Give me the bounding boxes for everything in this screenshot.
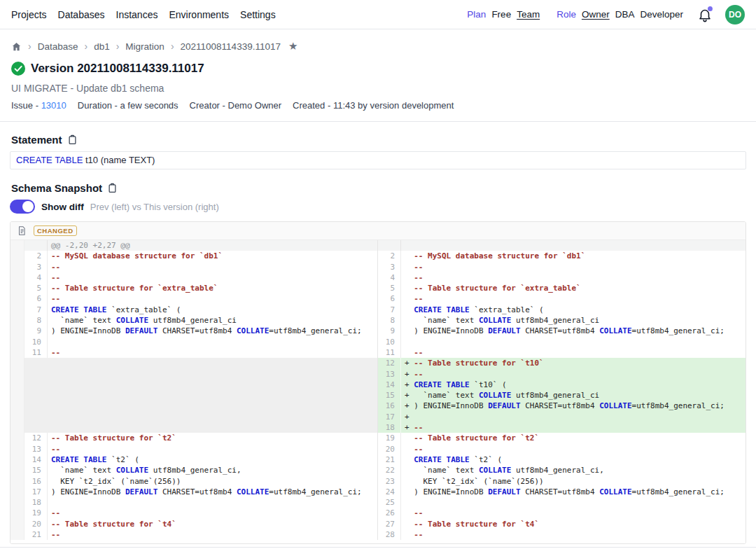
favorite-star-icon[interactable]: ★ <box>288 40 298 53</box>
line-number: 8 <box>24 315 48 326</box>
nav-item-instances[interactable]: Instances <box>116 9 158 20</box>
breadcrumb: › Database›db1›Migration›20211008114339.… <box>11 40 745 53</box>
diff-line: 8 `name` text COLLATE utf8mb4_general_ci <box>378 315 746 326</box>
line-number: 11 <box>24 347 48 358</box>
code-text: -- <box>48 262 377 272</box>
breadcrumb-separator: › <box>28 41 31 52</box>
code-text: + -- Table structure for `t10` <box>401 358 746 368</box>
diff-gutter <box>10 305 24 315</box>
nav-item-projects[interactable]: Projects <box>11 9 47 20</box>
nav-item-environments[interactable]: Environments <box>169 9 229 20</box>
diff-gutter <box>10 283 24 293</box>
diff-line: 13-- <box>10 444 377 454</box>
code-text: CREATE TABLE `t2` ( <box>48 454 377 465</box>
meta-creator: Creator - Demo Owner <box>190 100 281 111</box>
diff-gutter <box>10 487 24 497</box>
diff-line: 19-- <box>10 508 377 518</box>
code-text: -- <box>48 272 377 283</box>
diff-line: 7 CREATE TABLE `extra_table` ( <box>378 305 746 315</box>
diff-gutter <box>10 444 24 454</box>
diff-line: 9 ) ENGINE=InnoDB DEFAULT CHARSET=utf8mb… <box>378 326 746 336</box>
line-number: 18 <box>24 497 48 508</box>
diff-line: 3-- <box>10 262 377 272</box>
notification-dot <box>708 6 713 11</box>
diff-line: 2 -- MySQL database structure for `db1` <box>378 251 746 261</box>
schema-diff-panel: CHANGED @@ -2,20 +2,27 @@2-- MySQL datab… <box>10 221 746 544</box>
diff-gutter <box>10 529 24 540</box>
nav-item-settings[interactable]: Settings <box>240 9 276 20</box>
avatar[interactable]: DO <box>725 5 745 25</box>
changed-status-badge: CHANGED <box>34 225 77 236</box>
diff-line: 26 -- <box>378 508 746 518</box>
line-number: 3 <box>24 262 48 272</box>
success-check-icon <box>11 62 25 76</box>
line-number: 21 <box>24 529 48 540</box>
diff-line: 16+ ) ENGINE=InnoDB DEFAULT CHARSET=utf8… <box>378 401 746 411</box>
code-text: -- Table structure for `t2` <box>401 433 746 443</box>
code-text: + CREATE TABLE `t10` ( <box>401 380 746 390</box>
copy-statement-button[interactable] <box>67 134 78 145</box>
diff-line: 21-- <box>10 529 377 540</box>
statement-sql: CREATE TABLE t10 (name TEXT) <box>10 151 746 169</box>
diff-gutter <box>10 272 24 283</box>
code-text: ) ENGINE=InnoDB DEFAULT CHARSET=utf8mb4 … <box>401 487 746 497</box>
notification-bell-button[interactable] <box>697 7 713 22</box>
section-divider <box>0 121 756 122</box>
diff-line: 4-- <box>10 272 377 283</box>
diff-line: 20 -- <box>378 444 746 454</box>
breadcrumb-items: Database›db1›Migration›20211008114339.11… <box>38 41 281 52</box>
breadcrumb-item[interactable]: db1 <box>94 41 110 52</box>
line-number: 4 <box>24 272 48 283</box>
code-text: -- Table structure for `extra_table` <box>48 283 377 293</box>
diff-gutter <box>10 358 24 433</box>
code-text: -- <box>48 508 377 518</box>
code-text: + `name` text COLLATE utf8mb4_general_ci <box>401 390 746 401</box>
diff-line: 17+ <box>378 412 746 422</box>
breadcrumb-item[interactable]: 20211008114339.11017 <box>181 41 281 52</box>
code-text: -- <box>401 347 746 358</box>
diff-gutter <box>10 262 24 272</box>
code-text: -- <box>401 444 746 454</box>
code-text <box>48 337 377 347</box>
diff-line: 6-- <box>10 293 377 304</box>
version-subtitle: UI MIGRATE - Update db1 schema <box>11 83 745 94</box>
line-number: 16 <box>378 401 401 411</box>
statement-title: Statement <box>11 134 62 146</box>
code-text: -- <box>48 444 377 454</box>
nav-item-databases[interactable]: Databases <box>58 9 105 20</box>
breadcrumb-separator: › <box>84 41 88 52</box>
diff-line: 23 KEY `t2_idx` (`name`(256)) <box>378 476 746 487</box>
version-meta: Issue - 13010 Duration - a few seconds C… <box>11 100 745 111</box>
breadcrumb-item[interactable]: Migration <box>125 41 164 52</box>
issue-label: Issue - <box>11 100 38 111</box>
diff-gutter <box>10 337 24 347</box>
plan-team-link[interactable]: Team <box>517 9 540 20</box>
page-title: Version 20211008114339.11017 <box>31 62 204 76</box>
code-text: -- Table structure for `t4` <box>48 519 377 529</box>
clipboard-icon <box>67 134 78 145</box>
diff-pane-previous[interactable]: @@ -2,20 +2,27 @@2-- MySQL database stru… <box>10 240 378 540</box>
line-number: 8 <box>378 315 401 326</box>
diff-pane-current[interactable]: 2 -- MySQL database structure for `db1`3… <box>378 240 746 540</box>
diff-line: 15+ `name` text COLLATE utf8mb4_general_… <box>378 390 746 401</box>
code-text: -- <box>48 347 377 358</box>
role-owner-link[interactable]: Owner <box>582 9 610 20</box>
show-diff-toggle[interactable] <box>10 200 35 214</box>
diff-line: 5 -- Table structure for `extra_table` <box>378 283 746 293</box>
code-text <box>401 240 746 251</box>
home-icon[interactable] <box>11 41 22 52</box>
code-text: + ) ENGINE=InnoDB DEFAULT CHARSET=utf8mb… <box>401 401 746 411</box>
diff-gutter <box>10 326 24 336</box>
diff-gutter <box>10 240 24 251</box>
code-text: -- <box>48 529 377 540</box>
diff-header: CHANGED <box>10 222 746 240</box>
line-number: 13 <box>24 444 48 454</box>
code-text: KEY `t2_idx` (`name`(256)) <box>401 476 746 487</box>
copy-snapshot-button[interactable] <box>107 183 118 193</box>
issue-link[interactable]: 13010 <box>41 100 66 111</box>
code-text: -- <box>401 262 746 272</box>
diff-toggle-row: Show diff Prev (left) vs This version (r… <box>10 200 746 214</box>
diff-line: 10 <box>10 337 377 347</box>
breadcrumb-item[interactable]: Database <box>38 41 78 52</box>
diff-line: 19 -- Table structure for `t2` <box>378 433 746 443</box>
